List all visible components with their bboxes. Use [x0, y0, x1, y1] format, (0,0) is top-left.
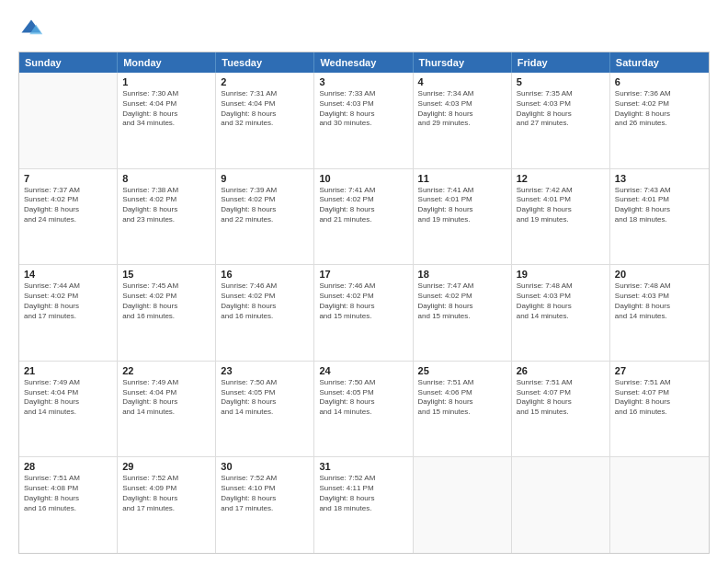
calendar-cell: 5Sunrise: 7:35 AM Sunset: 4:03 PM Daylig…: [512, 73, 610, 168]
calendar-cell: 18Sunrise: 7:47 AM Sunset: 4:02 PM Dayli…: [414, 265, 512, 361]
cell-info: Sunrise: 7:49 AM Sunset: 4:04 PM Dayligh…: [24, 378, 112, 418]
day-number: 8: [122, 173, 210, 184]
calendar-cell: 15Sunrise: 7:45 AM Sunset: 4:02 PM Dayli…: [118, 265, 216, 361]
calendar-cell: 16Sunrise: 7:46 AM Sunset: 4:02 PM Dayli…: [216, 265, 314, 361]
header: [18, 17, 710, 42]
day-number: 31: [319, 461, 407, 472]
calendar-row: 7Sunrise: 7:37 AM Sunset: 4:02 PM Daylig…: [19, 169, 709, 266]
calendar-cell: 28Sunrise: 7:51 AM Sunset: 4:08 PM Dayli…: [19, 457, 118, 553]
cell-info: Sunrise: 7:41 AM Sunset: 4:02 PM Dayligh…: [319, 186, 407, 225]
day-number: 1: [122, 76, 210, 87]
calendar-cell: 14Sunrise: 7:44 AM Sunset: 4:02 PM Dayli…: [19, 265, 118, 361]
calendar-cell: [610, 457, 709, 553]
day-number: 23: [221, 365, 309, 376]
calendar-cell: 13Sunrise: 7:43 AM Sunset: 4:01 PM Dayli…: [610, 169, 709, 265]
cell-info: Sunrise: 7:49 AM Sunset: 4:04 PM Dayligh…: [122, 378, 210, 418]
cell-info: Sunrise: 7:44 AM Sunset: 4:02 PM Dayligh…: [24, 282, 112, 321]
header-day: Wednesday: [314, 52, 413, 73]
calendar-cell: 1Sunrise: 7:30 AM Sunset: 4:04 PM Daylig…: [118, 73, 216, 168]
cell-info: Sunrise: 7:50 AM Sunset: 4:05 PM Dayligh…: [319, 378, 407, 418]
cell-info: Sunrise: 7:37 AM Sunset: 4:02 PM Dayligh…: [24, 186, 112, 225]
cell-info: Sunrise: 7:42 AM Sunset: 4:01 PM Dayligh…: [517, 186, 605, 225]
day-number: 27: [615, 365, 704, 376]
calendar-cell: 22Sunrise: 7:49 AM Sunset: 4:04 PM Dayli…: [118, 362, 216, 457]
cell-info: Sunrise: 7:51 AM Sunset: 4:08 PM Dayligh…: [24, 474, 112, 513]
day-number: 18: [418, 269, 506, 280]
calendar-cell: 20Sunrise: 7:48 AM Sunset: 4:03 PM Dayli…: [610, 265, 709, 361]
cell-info: Sunrise: 7:45 AM Sunset: 4:02 PM Dayligh…: [122, 282, 210, 321]
calendar-header: SundayMondayTuesdayWednesdayThursdayFrid…: [19, 52, 709, 73]
day-number: 5: [517, 76, 605, 87]
day-number: 24: [319, 365, 407, 376]
calendar-cell: 23Sunrise: 7:50 AM Sunset: 4:05 PM Dayli…: [216, 362, 314, 457]
cell-info: Sunrise: 7:52 AM Sunset: 4:10 PM Dayligh…: [221, 474, 309, 513]
cell-info: Sunrise: 7:33 AM Sunset: 4:03 PM Dayligh…: [319, 89, 407, 129]
calendar-cell: 30Sunrise: 7:52 AM Sunset: 4:10 PM Dayli…: [216, 457, 314, 553]
calendar-cell: 24Sunrise: 7:50 AM Sunset: 4:05 PM Dayli…: [314, 362, 413, 457]
cell-info: Sunrise: 7:31 AM Sunset: 4:04 PM Dayligh…: [221, 89, 309, 129]
header-day: Tuesday: [216, 52, 314, 73]
cell-info: Sunrise: 7:52 AM Sunset: 4:09 PM Dayligh…: [122, 474, 210, 513]
header-day: Saturday: [610, 52, 709, 73]
logo-icon: [18, 17, 44, 42]
calendar-cell: 21Sunrise: 7:49 AM Sunset: 4:04 PM Dayli…: [19, 362, 118, 457]
calendar-cell: 11Sunrise: 7:41 AM Sunset: 4:01 PM Dayli…: [414, 169, 512, 265]
day-number: 11: [418, 173, 506, 184]
cell-info: Sunrise: 7:43 AM Sunset: 4:01 PM Dayligh…: [615, 186, 704, 225]
logo: [18, 17, 48, 42]
calendar-body: 1Sunrise: 7:30 AM Sunset: 4:04 PM Daylig…: [19, 73, 709, 553]
calendar-cell: 29Sunrise: 7:52 AM Sunset: 4:09 PM Dayli…: [118, 457, 216, 553]
day-number: 25: [418, 365, 506, 376]
cell-info: Sunrise: 7:30 AM Sunset: 4:04 PM Dayligh…: [122, 89, 210, 129]
calendar-cell: 7Sunrise: 7:37 AM Sunset: 4:02 PM Daylig…: [19, 169, 118, 265]
calendar-cell: 12Sunrise: 7:42 AM Sunset: 4:01 PM Dayli…: [512, 169, 610, 265]
day-number: 4: [418, 76, 506, 87]
cell-info: Sunrise: 7:39 AM Sunset: 4:02 PM Dayligh…: [221, 186, 309, 225]
cell-info: Sunrise: 7:48 AM Sunset: 4:03 PM Dayligh…: [517, 282, 605, 321]
day-number: 19: [517, 269, 605, 280]
calendar: SundayMondayTuesdayWednesdayThursdayFrid…: [18, 52, 710, 554]
cell-info: Sunrise: 7:52 AM Sunset: 4:11 PM Dayligh…: [319, 474, 407, 513]
cell-info: Sunrise: 7:38 AM Sunset: 4:02 PM Dayligh…: [122, 186, 210, 225]
cell-info: Sunrise: 7:51 AM Sunset: 4:07 PM Dayligh…: [517, 378, 605, 418]
day-number: 22: [122, 365, 210, 376]
calendar-cell: 6Sunrise: 7:36 AM Sunset: 4:02 PM Daylig…: [610, 73, 709, 168]
calendar-cell: 2Sunrise: 7:31 AM Sunset: 4:04 PM Daylig…: [216, 73, 314, 168]
day-number: 28: [24, 461, 112, 472]
day-number: 29: [122, 461, 210, 472]
calendar-cell: [512, 457, 610, 553]
day-number: 26: [517, 365, 605, 376]
calendar-row: 28Sunrise: 7:51 AM Sunset: 4:08 PM Dayli…: [19, 457, 709, 553]
calendar-row: 14Sunrise: 7:44 AM Sunset: 4:02 PM Dayli…: [19, 265, 709, 362]
cell-info: Sunrise: 7:51 AM Sunset: 4:06 PM Dayligh…: [418, 378, 506, 418]
day-number: 12: [517, 173, 605, 184]
cell-info: Sunrise: 7:34 AM Sunset: 4:03 PM Dayligh…: [418, 89, 506, 129]
calendar-cell: 4Sunrise: 7:34 AM Sunset: 4:03 PM Daylig…: [414, 73, 512, 168]
calendar-cell: 8Sunrise: 7:38 AM Sunset: 4:02 PM Daylig…: [118, 169, 216, 265]
calendar-row: 1Sunrise: 7:30 AM Sunset: 4:04 PM Daylig…: [19, 73, 709, 169]
header-day: Thursday: [414, 52, 512, 73]
cell-info: Sunrise: 7:36 AM Sunset: 4:02 PM Dayligh…: [615, 89, 704, 129]
calendar-page: SundayMondayTuesdayWednesdayThursdayFrid…: [0, 0, 728, 563]
header-day: Friday: [512, 52, 610, 73]
calendar-row: 21Sunrise: 7:49 AM Sunset: 4:04 PM Dayli…: [19, 362, 709, 458]
cell-info: Sunrise: 7:41 AM Sunset: 4:01 PM Dayligh…: [418, 186, 506, 225]
calendar-cell: 10Sunrise: 7:41 AM Sunset: 4:02 PM Dayli…: [314, 169, 413, 265]
cell-info: Sunrise: 7:51 AM Sunset: 4:07 PM Dayligh…: [615, 378, 704, 418]
calendar-cell: 19Sunrise: 7:48 AM Sunset: 4:03 PM Dayli…: [512, 265, 610, 361]
day-number: 21: [24, 365, 112, 376]
cell-info: Sunrise: 7:35 AM Sunset: 4:03 PM Dayligh…: [517, 89, 605, 129]
header-day: Sunday: [19, 52, 118, 73]
calendar-cell: 31Sunrise: 7:52 AM Sunset: 4:11 PM Dayli…: [314, 457, 413, 553]
cell-info: Sunrise: 7:46 AM Sunset: 4:02 PM Dayligh…: [221, 282, 309, 321]
header-day: Monday: [118, 52, 216, 73]
day-number: 13: [615, 173, 704, 184]
calendar-cell: 17Sunrise: 7:46 AM Sunset: 4:02 PM Dayli…: [314, 265, 413, 361]
cell-info: Sunrise: 7:50 AM Sunset: 4:05 PM Dayligh…: [221, 378, 309, 418]
calendar-cell: [414, 457, 512, 553]
day-number: 3: [319, 76, 407, 87]
day-number: 7: [24, 173, 112, 184]
day-number: 15: [122, 269, 210, 280]
cell-info: Sunrise: 7:46 AM Sunset: 4:02 PM Dayligh…: [319, 282, 407, 321]
day-number: 6: [615, 76, 704, 87]
